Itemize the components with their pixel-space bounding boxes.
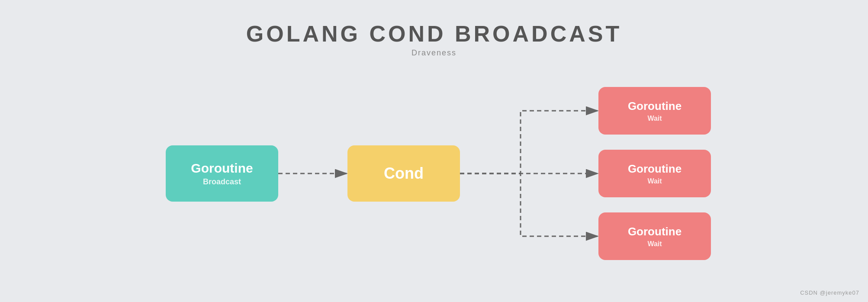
subtitle: Draveness [246,48,622,58]
wait-box-top-title: Goroutine [628,100,682,113]
main-title: GOLANG COND BROADCAST [246,21,622,47]
wait-box-top: Goroutine Wait [598,87,711,135]
wait-box-middle: Goroutine Wait [598,150,711,197]
header: GOLANG COND BROADCAST Draveness [246,21,622,58]
wait-box-middle-subtitle: Wait [647,177,662,185]
cond-box-title: Cond [384,164,424,183]
diagram: Goroutine Broadcast Cond Goroutine Wait … [131,74,737,273]
wait-box-bottom-subtitle: Wait [647,240,662,248]
wait-box-top-subtitle: Wait [647,115,662,122]
wait-box-bottom: Goroutine Wait [598,212,711,260]
broadcast-box: Goroutine Broadcast [166,145,278,202]
broadcast-box-title: Goroutine [191,161,253,176]
wait-box-bottom-title: Goroutine [628,225,682,238]
cond-box: Cond [347,145,460,202]
wait-box-middle-title: Goroutine [628,162,682,176]
watermark: CSDN @jeremyke07 [800,289,859,296]
broadcast-box-subtitle: Broadcast [203,177,241,186]
